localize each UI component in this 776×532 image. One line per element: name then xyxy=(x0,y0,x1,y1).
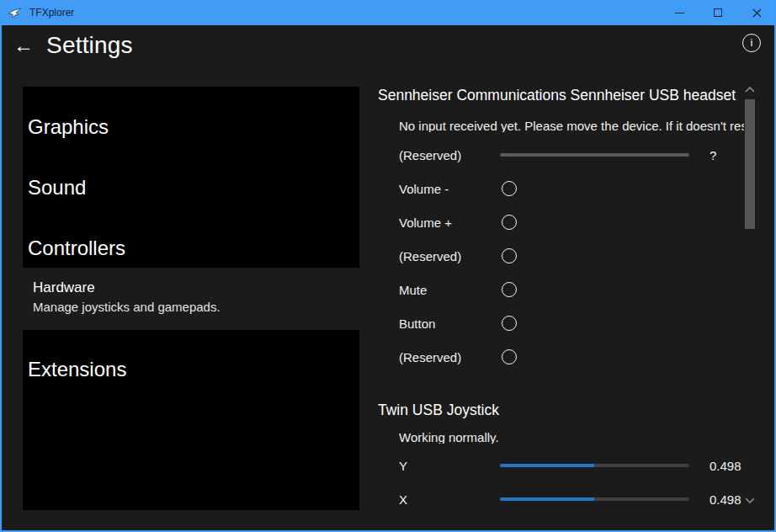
button-label: (Reserved) xyxy=(399,350,500,364)
axis-label: Y xyxy=(399,459,500,473)
sidebar-item-extensions[interactable]: Extensions xyxy=(23,339,359,400)
axis-indicator-bar xyxy=(500,497,689,501)
device-name-joystick: Twin USB Joystick xyxy=(378,402,744,420)
close-icon xyxy=(752,8,762,18)
hardware-description: Manage joysticks and gamepads. xyxy=(33,300,359,314)
info-button[interactable]: i xyxy=(742,34,761,52)
window-controls xyxy=(660,0,776,25)
sidebar-item-sound[interactable]: Sound xyxy=(23,157,359,218)
button-row-volume-up: Volume + xyxy=(378,205,744,239)
axis-fill-bar xyxy=(500,464,594,467)
axis-label: X xyxy=(399,492,500,507)
button-label: Volume + xyxy=(399,215,500,230)
maximize-button[interactable] xyxy=(699,0,737,25)
button-state-indicator xyxy=(502,181,517,196)
device-status-joystick: Working normally. xyxy=(399,430,744,444)
device-name-headset: Sennheiser Communications Sennheiser USB… xyxy=(378,87,744,105)
button-label: Volume - xyxy=(399,182,500,196)
button-label: (Reserved) xyxy=(399,249,500,263)
axis-value: ? xyxy=(710,148,716,162)
axis-fill-bar xyxy=(500,497,594,501)
button-state-indicator xyxy=(502,248,517,263)
axis-row-y: Y 0.498 xyxy=(378,449,744,482)
button-label: Mute xyxy=(399,283,500,297)
axis-value: 0.498 xyxy=(710,459,741,473)
axis-value: 0.498 xyxy=(710,492,741,507)
titlebar[interactable]: TFXplorer xyxy=(0,0,776,25)
device-status-headset: No input received yet. Please move the d… xyxy=(399,119,744,132)
button-state-indicator xyxy=(502,282,517,297)
info-icon: i xyxy=(751,36,753,49)
scrollbar-up-button[interactable] xyxy=(742,83,757,95)
minimize-button[interactable] xyxy=(660,0,699,25)
button-state-indicator xyxy=(502,316,517,331)
hardware-title: Hardware xyxy=(33,279,359,296)
page-title: Settings xyxy=(46,32,133,59)
back-button[interactable]: ← xyxy=(10,33,37,60)
axis-row-reserved: (Reserved) ? xyxy=(378,138,744,172)
axis-row-x: X 0.498 xyxy=(378,482,744,516)
app-window: TFXplorer ← Settings i Graphics Sound Co… xyxy=(0,0,776,532)
scrollbar-down-button[interactable] xyxy=(742,494,757,506)
sidebar-item-hardware-selected[interactable]: Hardware Manage joysticks and gamepads. xyxy=(23,268,359,330)
button-row-reserved-1: (Reserved) xyxy=(378,239,744,273)
axis-label: (Reserved) xyxy=(399,148,500,162)
chevron-up-icon xyxy=(745,87,755,93)
axis-indicator-bar xyxy=(500,464,689,467)
hardware-panel: Sennheiser Communications Sennheiser USB… xyxy=(378,87,744,516)
button-row-button: Button xyxy=(378,306,744,340)
maximize-icon xyxy=(714,8,722,17)
scrollbar-thumb[interactable] xyxy=(745,99,755,229)
button-row-volume-down: Volume - xyxy=(378,172,744,205)
sidebar-item-graphics[interactable]: Graphics xyxy=(23,97,359,157)
minimize-icon xyxy=(675,13,684,13)
button-label: Button xyxy=(399,317,500,331)
button-state-indicator xyxy=(502,215,517,230)
app-title: TFXplorer xyxy=(29,7,74,19)
app-plane-icon xyxy=(8,6,23,19)
close-button[interactable] xyxy=(737,0,776,25)
button-row-reserved-2: (Reserved) xyxy=(378,340,744,374)
sidebar-nav-group-bottom: Extensions xyxy=(23,330,359,510)
chevron-down-icon xyxy=(745,497,755,503)
sidebar-nav-group-top: Graphics Sound Controllers xyxy=(23,87,359,268)
button-row-mute: Mute xyxy=(378,273,744,306)
button-state-indicator xyxy=(502,349,517,364)
axis-indicator-bar xyxy=(500,153,689,157)
